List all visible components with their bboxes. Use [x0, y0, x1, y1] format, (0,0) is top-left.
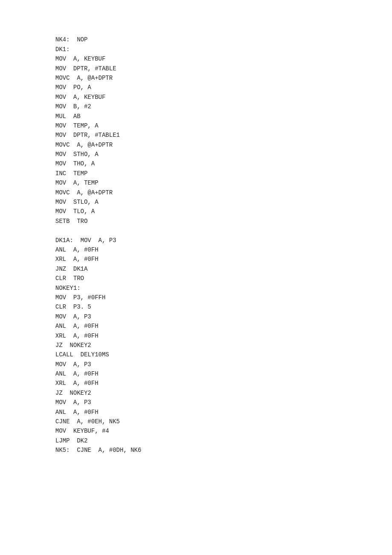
code-line: DK1:: [55, 45, 337, 54]
assembly-code: NK4: NOPDK1:MOV A, KEYBUFMOV DPTR, #TABL…: [55, 26, 337, 455]
code-line: ANL A, #0FH: [55, 369, 337, 379]
code-line: MOVC A, @A+DPTR: [55, 73, 337, 83]
code-line: NK5: CJNE A, #0DH, NK6: [55, 445, 337, 455]
code-line: ANL A, #0FH: [55, 245, 337, 254]
code-line: DK1A: MOV A, P3: [55, 236, 337, 245]
code-line: MOV P3, #0FFH: [55, 293, 337, 302]
code-line: MOV PO, A: [55, 83, 337, 92]
code-line: MOV TEMP, A: [55, 121, 337, 130]
code-line: XRL A, #0FH: [55, 379, 337, 388]
code-line: SETB TRO: [55, 217, 337, 226]
code-line: MOV TLO, A: [55, 207, 337, 216]
code-line: JZ NOKEY2: [55, 341, 337, 350]
code-line: MOV B, #2: [55, 102, 337, 111]
code-line: JNZ DK1A: [55, 264, 337, 274]
code-line: MOV KEYBUF, #4: [55, 426, 337, 436]
code-line: MOV A, P3: [55, 312, 337, 321]
code-line: ANL A, #0FH: [55, 321, 337, 331]
code-line: MOV STLO, A: [55, 197, 337, 207]
code-line: MOV DPTR, #TABLE: [55, 64, 337, 73]
code-line: MOV A, P3: [55, 360, 337, 369]
code-line: MOVC A, @A+DPTR: [55, 140, 337, 150]
code-line: MUL AB: [55, 112, 337, 121]
empty-line: [55, 226, 337, 235]
code-line: MOV DPTR, #TABLE1: [55, 130, 337, 140]
code-line: XRL A, #0FH: [55, 254, 337, 264]
code-line: MOV A, TEMP: [55, 178, 337, 188]
code-line: CLR P3. 5: [55, 302, 337, 312]
code-line: ANL A, #0FH: [55, 408, 337, 417]
code-line: JZ NOKEY2: [55, 388, 337, 398]
code-line: LCALL DELY10MS: [55, 350, 337, 359]
code-line: NK4: NOP: [55, 35, 337, 44]
code-line: MOV STHO, A: [55, 150, 337, 159]
code-line: NOKEY1:: [55, 283, 337, 293]
code-line: INC TEMP: [55, 169, 337, 178]
code-line: MOV A, KEYBUF: [55, 54, 337, 64]
code-line: MOV A, P3: [55, 398, 337, 407]
code-line: CJNE A, #0EH, NK5: [55, 417, 337, 426]
code-line: MOV A, KEYBUF: [55, 92, 337, 102]
code-line: XRL A, #0FH: [55, 331, 337, 341]
code-line: MOV THO, A: [55, 159, 337, 168]
code-line: LJMP DK2: [55, 436, 337, 445]
code-line: CLR TRO: [55, 274, 337, 283]
code-line: MOVC A, @A+DPTR: [55, 188, 337, 197]
